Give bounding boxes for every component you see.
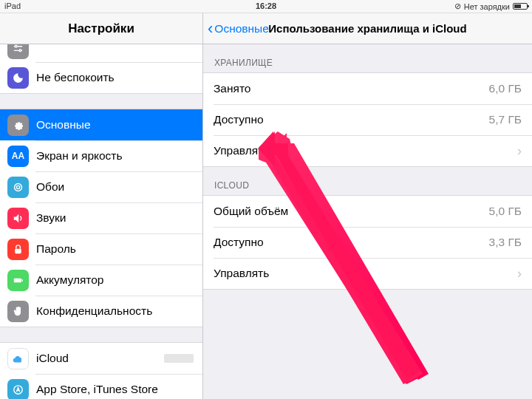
sidebar-item-control-center[interactable] <box>0 44 202 62</box>
svg-point-1 <box>19 50 21 52</box>
svg-rect-5 <box>14 278 21 282</box>
section-header-storage: ХРАНИЛИЩЕ <box>203 44 532 72</box>
section-header-icloud: ICLOUD <box>203 167 532 195</box>
sidebar-item-label: Не беспокоить <box>36 71 194 84</box>
sidebar-title: Настройки <box>0 13 202 44</box>
appstore-icon <box>7 379 29 400</box>
sidebar-item-label: iCloud <box>36 352 164 365</box>
cloud-icon <box>7 348 29 369</box>
sidebar-item-label: Конфиденциальность <box>36 304 194 318</box>
sidebar-item-label: Основные <box>36 118 194 132</box>
row-icloud-available: Доступно 3,3 ГБ <box>203 227 532 258</box>
sidebar-item-wallpaper[interactable]: Обои <box>0 171 202 202</box>
row-label: Доступно <box>214 236 489 249</box>
svg-rect-6 <box>21 279 22 282</box>
moon-icon <box>7 67 29 89</box>
sidebar-item-icloud[interactable]: iCloud <box>0 343 202 374</box>
row-label: Доступно <box>214 113 489 126</box>
sidebar-item-label: Обои <box>36 180 194 194</box>
battery-icon <box>513 3 528 10</box>
lock-icon <box>7 239 29 260</box>
row-value: 5,7 ГБ <box>489 113 522 126</box>
row-label: Общий объём <box>214 205 489 218</box>
row-icloud-manage[interactable]: Управлять › <box>203 258 532 289</box>
charging-icon: ⊘ <box>454 1 461 11</box>
svg-point-2 <box>16 185 19 188</box>
sidebar-item-label: App Store, iTunes Store <box>36 383 194 396</box>
back-button[interactable]: ‹ Основные <box>208 21 269 37</box>
sidebar-item-display[interactable]: AA Экран и яркость <box>0 140 202 171</box>
sidebar-item-general[interactable]: Основные <box>0 109 202 140</box>
charging-label: Нет зарядки <box>464 2 510 11</box>
chevron-left-icon: ‹ <box>208 21 213 37</box>
row-value: 6,0 ГБ <box>489 82 522 95</box>
control-center-icon <box>7 44 29 59</box>
display-icon: AA <box>7 146 29 167</box>
sidebar: Настройки Не беспокоить <box>0 13 203 399</box>
hand-icon <box>7 301 29 322</box>
sidebar-item-battery[interactable]: Аккумулятор <box>0 265 202 296</box>
account-blurred <box>164 354 194 363</box>
sidebar-item-label: Звуки <box>36 211 194 225</box>
chevron-right-icon: › <box>517 266 522 282</box>
row-value: 3,3 ГБ <box>489 236 522 249</box>
row-label: Занято <box>214 82 489 95</box>
sidebar-item-passcode[interactable]: Пароль <box>0 233 202 265</box>
svg-rect-4 <box>15 248 21 253</box>
svg-point-0 <box>15 45 17 47</box>
row-value: 5,0 ГБ <box>489 205 522 218</box>
sidebar-item-sounds[interactable]: Звуки <box>0 202 202 233</box>
sidebar-item-privacy[interactable]: Конфиденциальность <box>0 296 202 327</box>
sidebar-item-label: Пароль <box>36 242 194 256</box>
battery-icon <box>7 270 29 291</box>
row-label: Управлять <box>214 144 513 157</box>
row-icloud-total: Общий объём 5,0 ГБ <box>203 196 532 227</box>
gear-icon <box>7 115 29 136</box>
chevron-right-icon: › <box>517 143 522 159</box>
row-storage-manage[interactable]: Управлять › <box>203 135 532 166</box>
sidebar-item-store[interactable]: App Store, iTunes Store <box>0 374 202 399</box>
device-label: iPad <box>4 1 21 10</box>
clock: 16:28 <box>256 1 276 10</box>
sidebar-item-label: Аккумулятор <box>36 273 194 287</box>
back-label: Основные <box>214 22 269 35</box>
detail-pane: ‹ Основные Использование хранилища и iCl… <box>203 13 532 399</box>
svg-point-3 <box>15 183 22 191</box>
sidebar-item-dnd[interactable]: Не беспокоить <box>0 62 202 93</box>
row-storage-used: Занято 6,0 ГБ <box>203 73 532 104</box>
row-storage-available: Доступно 5,7 ГБ <box>203 104 532 135</box>
speaker-icon <box>7 208 29 229</box>
row-label: Управлять <box>214 267 513 280</box>
sidebar-item-label: Экран и яркость <box>36 149 194 163</box>
status-bar: iPad 16:28 ⊘ Нет зарядки <box>0 0 532 13</box>
wallpaper-icon <box>7 177 29 198</box>
